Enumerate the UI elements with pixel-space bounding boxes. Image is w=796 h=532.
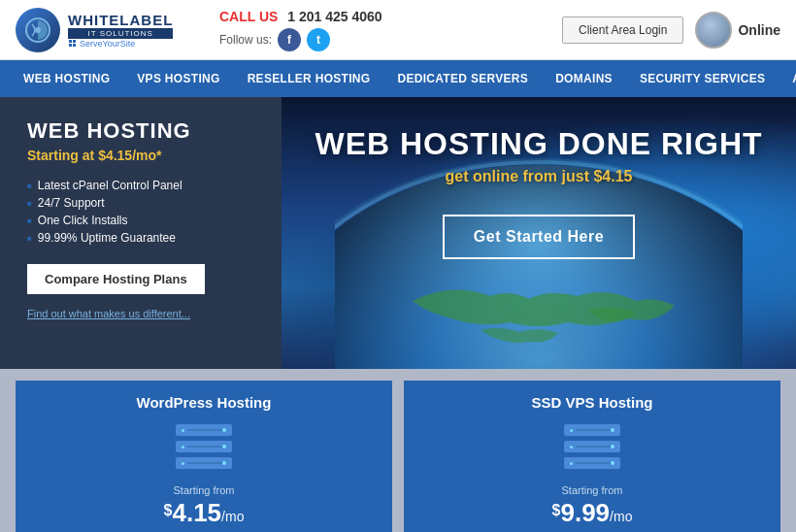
hero-big-title: WEB HOSTING DONE RIGHT bbox=[282, 126, 796, 162]
online-badge: Online bbox=[695, 12, 780, 49]
call-number: 1 201 425 4060 bbox=[287, 9, 381, 24]
cards-section: WordPress Hosting Starting from $4.15/mo… bbox=[0, 369, 796, 532]
nav-reseller-hosting[interactable]: RESELLER HOSTING bbox=[234, 60, 384, 97]
nav-security-services[interactable]: SECURITY SERVICES bbox=[626, 60, 779, 97]
logo-icon bbox=[16, 8, 60, 52]
feature-3: One Click Installs bbox=[27, 212, 260, 229]
price-1: $4.15/mo bbox=[31, 498, 377, 528]
server-row bbox=[564, 457, 620, 469]
card-title-1: WordPress Hosting bbox=[31, 394, 377, 411]
get-started-button[interactable]: Get Started Here bbox=[443, 215, 635, 259]
server-row bbox=[176, 424, 232, 436]
nav-vps-hosting[interactable]: VPS HOSTING bbox=[123, 60, 233, 97]
hero: WEB HOSTING Starting at $4.15/mo* Latest… bbox=[0, 97, 796, 369]
server-row bbox=[176, 441, 232, 452]
svg-rect-2 bbox=[69, 40, 72, 43]
twitter-button[interactable]: t bbox=[307, 28, 330, 51]
nav-web-hosting[interactable]: WEB HOSTING bbox=[10, 60, 123, 97]
diff-link[interactable]: Find out what makes us different... bbox=[27, 308, 190, 319]
price-label-2: Starting from bbox=[419, 484, 765, 496]
brand-tagline: IT SOLUTIONS bbox=[68, 28, 173, 39]
header-right: Client Area Login Online bbox=[562, 12, 780, 49]
card-title-2: SSD VPS Hosting bbox=[419, 394, 765, 411]
server-row bbox=[564, 441, 620, 452]
call-us: CALL US 1 201 425 4060 bbox=[219, 9, 382, 24]
brand-sub: ServeYourSite bbox=[68, 39, 173, 49]
logo-area: WHITELABEL IT SOLUTIONS ServeYourSite bbox=[16, 8, 190, 52]
facebook-button[interactable]: f bbox=[278, 28, 301, 51]
brand-name: WHITELABEL bbox=[68, 12, 173, 28]
price-2: $9.99/mo bbox=[419, 498, 765, 528]
hero-left: WEB HOSTING Starting at $4.15/mo* Latest… bbox=[0, 97, 282, 369]
hero-right: WEB HOSTING DONE RIGHT get online from j… bbox=[282, 97, 796, 369]
hero-title: WEB HOSTING bbox=[27, 118, 260, 144]
server-row bbox=[176, 457, 232, 469]
svg-rect-5 bbox=[73, 44, 76, 47]
nav-about-us[interactable]: ABOUT US bbox=[779, 60, 796, 97]
vps-card: SSD VPS Hosting Starting from $9.99/mo bbox=[404, 381, 780, 532]
hero-big-subtitle: get online from just $4.15 bbox=[282, 168, 796, 185]
follow-us: Follow us: f t bbox=[219, 28, 330, 51]
server-row bbox=[564, 424, 620, 436]
server-icon-2 bbox=[563, 424, 621, 473]
hero-features: Latest cPanel Control Panel 24/7 Support… bbox=[27, 177, 260, 247]
server-icon-1 bbox=[175, 424, 233, 473]
svg-rect-3 bbox=[73, 40, 76, 43]
feature-2: 24/7 Support bbox=[27, 194, 260, 212]
feature-1: Latest cPanel Control Panel bbox=[27, 177, 260, 194]
wordpress-card: WordPress Hosting Starting from $4.15/mo bbox=[16, 381, 392, 532]
compare-button[interactable]: Compare Hosting Plans bbox=[27, 264, 205, 294]
call-label: CALL US bbox=[219, 9, 278, 24]
nav-domains[interactable]: DOMAINS bbox=[542, 60, 626, 97]
hero-text-overlay: WEB HOSTING DONE RIGHT get online from j… bbox=[282, 126, 796, 259]
header-mid: CALL US 1 201 425 4060 Follow us: f t bbox=[190, 9, 562, 51]
hero-subtitle: Starting at $4.15/mo* bbox=[27, 148, 260, 163]
nav-dedicated-servers[interactable]: DEDICATED SERVERS bbox=[383, 60, 542, 97]
header: WHITELABEL IT SOLUTIONS ServeYourSite CA… bbox=[0, 0, 796, 60]
feature-4: 99.99% Uptime Guarantee bbox=[27, 229, 260, 247]
svg-rect-4 bbox=[69, 44, 72, 47]
avatar bbox=[695, 12, 732, 49]
online-status: Online bbox=[738, 22, 780, 38]
nav: WEB HOSTING VPS HOSTING RESELLER HOSTING… bbox=[0, 60, 796, 97]
client-login-button[interactable]: Client Area Login bbox=[562, 17, 683, 44]
logo-text: WHITELABEL IT SOLUTIONS ServeYourSite bbox=[68, 12, 173, 49]
svg-point-1 bbox=[35, 27, 41, 33]
price-label-1: Starting from bbox=[31, 484, 377, 496]
follow-label: Follow us: bbox=[219, 33, 272, 47]
